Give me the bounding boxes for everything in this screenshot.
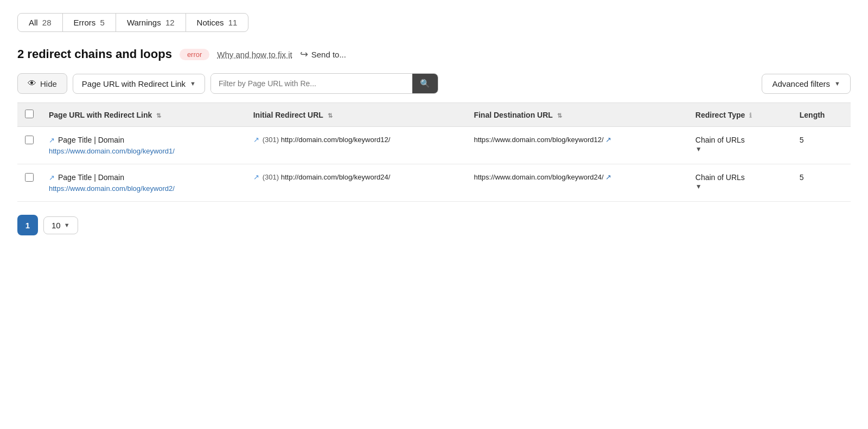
column-filter-dropdown[interactable]: Page URL with Redirect Link ▼ (73, 74, 205, 94)
page-url-link[interactable]: https://www.domain.com/blog/keyword2/ (49, 184, 175, 193)
chevron-down-icon: ▼ (64, 222, 70, 228)
filter-tabs: All 28 Errors 5 Warnings 12 Notices 11 (17, 13, 851, 32)
col-final-destination: Final Destination URL ⇅ (466, 103, 687, 127)
row-checkbox-cell (17, 164, 41, 202)
per-page-dropdown[interactable]: 10 ▼ (43, 216, 78, 234)
tab-notices[interactable]: Notices 11 (186, 13, 249, 32)
hide-button[interactable]: 👁 Hide (17, 73, 67, 94)
external-link-icon: ↗ (49, 174, 55, 182)
search-button[interactable]: 🔍 (412, 74, 438, 93)
select-all-checkbox[interactable] (25, 110, 34, 118)
error-badge: error (180, 49, 209, 60)
expand-chevron-icon[interactable]: ▼ (695, 183, 702, 190)
page-url-cell: ↗ Page Title | Domain https://www.domain… (41, 164, 246, 202)
initial-redirect-url: ↗ (301) http://domain.com/blog/keyword24… (253, 173, 459, 181)
redirect-type-cell: Chain of URLs ▼ (688, 164, 792, 202)
redirect-type-wrapper: Chain of URLs ▼ (695, 136, 784, 153)
controls-row: 👁 Hide Page URL with Redirect Link ▼ 🔍 A… (17, 73, 851, 103)
redirect-type-text: Chain of URLs (695, 173, 745, 182)
final-destination-cell: https://www.domain.com/blog/keyword12/ ↗ (466, 127, 687, 164)
col-length: Length (792, 103, 851, 127)
pagination-row: 1 10 ▼ (17, 215, 851, 235)
send-to-button[interactable]: ↪ Send to... (300, 48, 346, 60)
tab-errors[interactable]: Errors 5 (62, 13, 116, 32)
length-cell: 5 (792, 127, 851, 164)
final-url-link[interactable]: ↗ (605, 173, 611, 181)
redirect-type-wrapper: Chain of URLs ▼ (695, 173, 784, 190)
table-row: ↗ Page Title | Domain https://www.domain… (17, 127, 851, 164)
sort-icon: ⇅ (557, 112, 562, 119)
page-url-cell: ↗ Page Title | Domain https://www.domain… (41, 127, 246, 164)
select-all-header (17, 103, 41, 127)
col-page-url: Page URL with Redirect Link ⇅ (41, 103, 246, 127)
expand-chevron-icon[interactable]: ▼ (695, 145, 702, 153)
row-checkbox[interactable] (25, 136, 34, 144)
chevron-down-icon: ▼ (834, 80, 840, 87)
section-header: 2 redirect chains and loops error Why an… (17, 47, 851, 61)
fix-link[interactable]: Why and how to fix it (217, 50, 292, 59)
sort-icon: ⇅ (328, 112, 333, 119)
col-initial-redirect: Initial Redirect URL ⇅ (246, 103, 467, 127)
external-link-icon: ↗ (253, 136, 259, 144)
final-destination-cell: https://www.domain.com/blog/keyword24/ ↗ (466, 164, 687, 202)
table-header-row: Page URL with Redirect Link ⇅ Initial Re… (17, 103, 851, 127)
length-cell: 5 (792, 164, 851, 202)
eye-icon: 👁 (28, 79, 36, 88)
data-table: Page URL with Redirect Link ⇅ Initial Re… (17, 103, 851, 202)
external-link-icon: ↗ (49, 136, 55, 144)
row-checkbox[interactable] (25, 173, 34, 182)
initial-redirect-cell: ↗ (301) http://domain.com/blog/keyword24… (246, 164, 467, 202)
page-url-link[interactable]: https://www.domain.com/blog/keyword1/ (49, 147, 175, 155)
chevron-down-icon: ▼ (190, 80, 196, 87)
final-url-link[interactable]: ↗ (605, 136, 611, 144)
tab-all[interactable]: All 28 (17, 13, 63, 32)
search-icon: 🔍 (420, 79, 430, 88)
row-checkbox-cell (17, 127, 41, 164)
redirect-type-cell: Chain of URLs ▼ (688, 127, 792, 164)
table-row: ↗ Page Title | Domain https://www.domain… (17, 164, 851, 202)
send-to-icon: ↪ (300, 48, 308, 60)
search-wrapper: 🔍 (210, 73, 438, 94)
page-title: ↗ Page Title | Domain (49, 136, 238, 144)
final-destination-url: https://www.domain.com/blog/keyword12/ ↗ (474, 136, 680, 144)
initial-redirect-url: ↗ (301) http://domain.com/blog/keyword12… (253, 136, 459, 144)
advanced-filters-button[interactable]: Advanced filters ▼ (762, 74, 851, 94)
section-title: 2 redirect chains and loops (17, 47, 172, 61)
info-icon: ℹ (749, 112, 752, 119)
tab-warnings[interactable]: Warnings 12 (116, 13, 186, 32)
redirect-type-text: Chain of URLs (695, 136, 745, 144)
search-input[interactable] (211, 74, 412, 93)
final-destination-url: https://www.domain.com/blog/keyword24/ ↗ (474, 173, 680, 181)
page-1-button[interactable]: 1 (17, 215, 38, 235)
col-redirect-type: Redirect Type ℹ (688, 103, 792, 127)
page-title: ↗ Page Title | Domain (49, 173, 238, 182)
sort-icon: ⇅ (156, 112, 161, 119)
external-link-icon: ↗ (253, 173, 259, 181)
initial-redirect-cell: ↗ (301) http://domain.com/blog/keyword12… (246, 127, 467, 164)
